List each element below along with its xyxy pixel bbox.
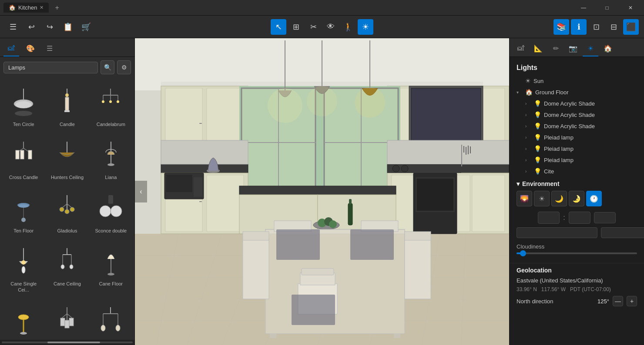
svg-rect-144	[243, 232, 269, 240]
list-item[interactable]: Old House 02	[91, 300, 131, 340]
list-item[interactable]: Amazing	[3, 300, 44, 340]
layout2d-icon: ⊡	[593, 22, 600, 32]
viewport-arrow-left[interactable]: ‹	[135, 181, 147, 202]
chevron-right-icon: ›	[525, 169, 531, 174]
eye-tool-button[interactable]: 👁	[323, 19, 339, 35]
category-select[interactable]: Lamps Furniture Decor	[3, 62, 98, 73]
list-item[interactable]: Cross Candle	[3, 134, 44, 184]
group-tool-button[interactable]: ⊞	[288, 19, 304, 35]
geo-minus-button[interactable]: —	[613, 296, 623, 306]
list-item[interactable]: Candle	[47, 81, 87, 131]
list-item[interactable]: Ten Floor	[3, 188, 44, 237]
svg-point-62	[101, 325, 105, 331]
library-button[interactable]: 📚	[553, 19, 569, 35]
tab-right-camera[interactable]: 📷	[565, 41, 581, 56]
dome-label-3: Dome Acrylic Shade	[544, 123, 595, 129]
clipboard-button[interactable]: 📋	[60, 19, 76, 35]
svg-point-45	[61, 265, 64, 269]
list-item[interactable]: Sconce double	[91, 188, 131, 237]
tree-item-ground-floor[interactable]: ▾ 🏠 Ground Floor	[513, 86, 641, 98]
menu-button[interactable]: ☰	[5, 19, 21, 35]
ground-floor-children: › 💡 Dome Acrylic Shade › 💡 Dome Acrylic …	[513, 98, 641, 177]
undo-icon: ↩	[28, 22, 35, 32]
tab-right-structure[interactable]: 🏠	[600, 41, 616, 56]
cube-button[interactable]: ⬛	[623, 19, 639, 35]
date-month-input[interactable]: May	[517, 227, 597, 238]
search-button[interactable]: 🔍	[101, 60, 114, 74]
list-item[interactable]: Candelabrum	[91, 81, 131, 131]
cloudiness-slider[interactable]	[517, 252, 637, 254]
sun-tool-button[interactable]: ☀	[358, 19, 373, 35]
environment-icon-bar: 🌄 ☀ 🌙 🌛 🕐	[517, 191, 637, 206]
svg-point-46	[70, 265, 73, 269]
pleiad-label-3: Pleiad lamp	[544, 157, 574, 163]
tree-item-pleiad-3[interactable]: › 💡 Pleiad lamp	[522, 154, 641, 166]
scroll-track	[2, 342, 133, 343]
item-label: Sconce double	[95, 228, 127, 234]
arrow-left-icon: ‹	[140, 188, 142, 196]
svg-rect-120	[166, 175, 192, 192]
select-tool-button[interactable]: ↖	[271, 19, 286, 35]
tree-item-pleiad-1[interactable]: › 💡 Pleiad lamp	[522, 132, 641, 143]
tab-right-measure[interactable]: 📐	[530, 41, 546, 56]
svg-rect-105	[199, 201, 202, 202]
tree-item-pleiad-2[interactable]: › 💡 Pleiad lamp	[522, 143, 641, 154]
app-tab[interactable]: 🏠 Kitchen ✕	[3, 3, 49, 13]
tab-right-light[interactable]: ☀	[583, 41, 598, 56]
close-window-button[interactable]: ✕	[621, 0, 641, 16]
date-day-input[interactable]: 11	[601, 227, 644, 238]
time-hour-input[interactable]: 11	[538, 212, 560, 224]
figure-tool-button[interactable]: 🚶	[340, 19, 356, 35]
cut-tool-button[interactable]: ✂	[305, 19, 321, 35]
redo-button[interactable]: ↪	[42, 19, 57, 35]
time-ampm-input[interactable]: AM	[594, 212, 616, 223]
cart-button[interactable]: 🛒	[78, 19, 94, 35]
tab-add-button[interactable]: +	[52, 4, 61, 12]
geo-plus-button[interactable]: +	[627, 296, 637, 306]
list-item[interactable]: Cane Floor	[91, 241, 131, 297]
tab-right-furniture[interactable]: 🛋	[513, 41, 529, 56]
env-night-button[interactable]: 🌛	[569, 191, 584, 206]
tree-item-dome-3[interactable]: › 💡 Dome Acrylic Shade	[522, 120, 641, 132]
env-day-button[interactable]: ☀	[534, 191, 550, 206]
item-image	[52, 191, 82, 226]
geo-dir-controls: 125° — +	[597, 296, 637, 306]
tab-list[interactable]: ☰	[42, 41, 57, 56]
horizontal-scrollbar[interactable]	[0, 340, 134, 345]
list-item[interactable]: Ten Circle	[3, 81, 44, 131]
tree-item-cite[interactable]: › 💡 Cite	[522, 166, 641, 177]
slider-thumb[interactable]	[520, 250, 526, 256]
tab-furniture[interactable]: 🛋	[3, 41, 19, 56]
list-item[interactable]: High-Tech Lamp	[47, 300, 87, 340]
undo-button[interactable]: ↩	[23, 19, 39, 35]
tab-close-button[interactable]: ✕	[40, 5, 44, 10]
time-minute-input[interactable]: 00	[569, 212, 590, 224]
tree-item-sun[interactable]: ☀ Sun	[513, 75, 641, 86]
env-dawn-button[interactable]: 🌄	[517, 191, 532, 206]
list-item[interactable]: Liana	[91, 134, 131, 184]
list-item[interactable]: Gladiolus	[47, 188, 87, 237]
viewport[interactable]: ‹	[135, 38, 509, 345]
svg-rect-129	[349, 199, 352, 204]
layout3d-button[interactable]: ⊟	[606, 19, 621, 35]
layout3d-icon: ⊟	[610, 22, 617, 32]
filter-button[interactable]: ⚙	[117, 60, 131, 74]
tab-materials[interactable]: 🎨	[23, 41, 38, 56]
layout2d-button[interactable]: ⊡	[588, 19, 604, 35]
maximize-button[interactable]: □	[597, 0, 617, 16]
environment-title[interactable]: ▾ Environment	[517, 180, 637, 187]
tab-right-edit[interactable]: ✏	[548, 41, 564, 56]
list-item[interactable]: Hunters Ceiling	[47, 134, 87, 184]
env-dusk-button[interactable]: 🌙	[551, 191, 567, 206]
tree-item-dome-2[interactable]: › 💡 Dome Acrylic Shade	[522, 109, 641, 120]
scroll-thumb[interactable]	[47, 342, 100, 343]
svg-rect-149	[292, 295, 335, 325]
tree-item-dome-1[interactable]: › 💡 Dome Acrylic Shade	[522, 98, 641, 109]
svg-rect-147	[276, 229, 320, 260]
list-item[interactable]: Cane Ceiling	[47, 241, 87, 297]
env-clock-button[interactable]: 🕐	[586, 191, 602, 206]
svg-rect-137	[394, 334, 400, 338]
list-item[interactable]: Cane Single Cei...	[3, 241, 44, 297]
minimize-button[interactable]: —	[574, 0, 594, 16]
info-button[interactable]: ℹ	[571, 19, 587, 35]
